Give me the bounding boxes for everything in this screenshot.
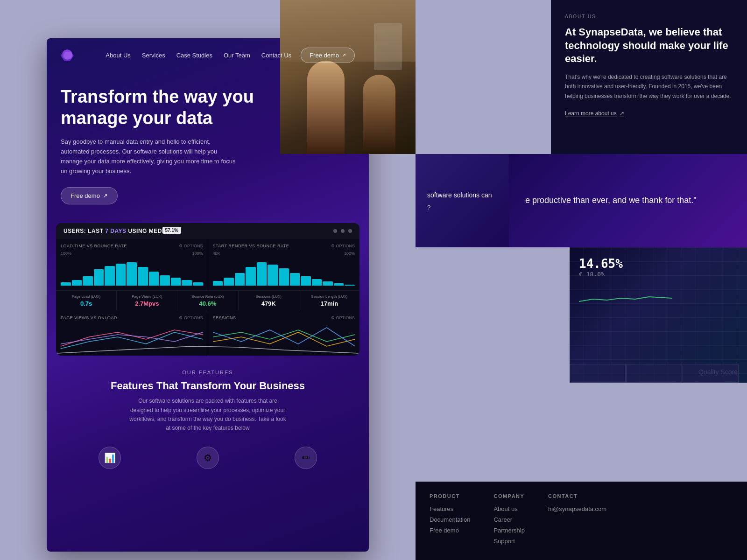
chart-tooltip: 57.1% — [162, 227, 181, 234]
line-chart — [61, 323, 203, 351]
footer-email-link[interactable]: hi@synapsedata.com — [548, 505, 606, 512]
chart-label: LOAD TIME VS BOUNCE RATE — [61, 244, 127, 248]
svg-marker-2 — [63, 52, 73, 59]
dashboard-controls — [333, 229, 352, 233]
analytics-icon: 📊 — [99, 447, 121, 469]
footer-features-link[interactable]: Features — [430, 505, 470, 512]
feature-automation: ⚙ — [197, 447, 219, 469]
about-eyebrow: ABOUT US — [565, 14, 733, 19]
stat-page-load: Page Load (LUX) 0.7s — [56, 291, 116, 311]
nav-links: About Us Services Case Studies Our Team … — [106, 52, 291, 59]
dashboard-card: USERS: LAST 7 DAYS USING MEDIAN ▾ LOAD T… — [56, 223, 359, 356]
testimonial-panel: e productive than ever, and we thank for… — [509, 154, 747, 247]
footer-free-demo-link[interactable]: Free demo — [430, 527, 470, 534]
about-title: At SynapseData, we believe that technolo… — [565, 26, 733, 66]
features-eyebrow: OUR FEATURES — [61, 370, 355, 375]
navigation: About Us Services Case Studies Our Team … — [47, 38, 369, 72]
hero-title: Transform the way you manage your data — [61, 86, 257, 129]
nav-our-team[interactable]: Our Team — [224, 52, 250, 59]
nav-case-studies[interactable]: Case Studies — [176, 52, 212, 59]
dashboard-title: USERS: LAST 7 DAYS USING MEDIAN — [63, 228, 172, 234]
footer-career-link[interactable]: Career — [493, 516, 524, 523]
nav-free-demo-button[interactable]: Free demo ↗ — [301, 48, 355, 63]
features-title: Features That Transform Your Business — [61, 380, 355, 392]
footer-support-link[interactable]: Support — [493, 538, 524, 545]
about-text: That's why we're dedicated to creating s… — [565, 72, 733, 101]
testimonial-text: e productive than ever, and we thank for… — [525, 195, 697, 206]
nav-about-us[interactable]: About Us — [106, 52, 130, 59]
dashboard-header: USERS: LAST 7 DAYS USING MEDIAN ▾ — [56, 223, 359, 239]
analytics-panel: 14.65% € 18.0% Quality Score — [570, 247, 747, 383]
page-views-chart: PAGE VIEWS VS ONLOAD ⚙ OPTIONS — [56, 311, 208, 356]
charts-grid: LOAD TIME VS BOUNCE RATE ⚙ OPTIONS 100% … — [56, 239, 359, 290]
line-chart-2 — [213, 323, 355, 351]
stat-session-length: Session Length (LUX) 17min — [299, 291, 359, 311]
stat-bounce-rate: Bounce Rate (LUX) 40.6% — [177, 291, 238, 311]
footer-about-us-link[interactable]: About us — [493, 505, 524, 512]
hero-subtitle: Say goodbye to manual data entry and hel… — [61, 137, 238, 176]
footer-partnership-link[interactable]: Partnership — [493, 527, 524, 534]
footer-product-col: PRODUCT Features Documentation Free demo — [430, 493, 470, 548]
analytics-number: 14.65% — [579, 257, 738, 271]
feature-analytics: 📊 — [99, 447, 121, 469]
bar-chart: 57.1% — [61, 258, 203, 286]
load-time-chart: LOAD TIME VS BOUNCE RATE ⚙ OPTIONS 100% … — [56, 239, 208, 290]
start-render-chart: START RENDER VS BOUNCE RATE ⚙ OPTIONS 40… — [208, 239, 360, 290]
nav-contact-us[interactable]: Contact Us — [261, 52, 291, 59]
stat-page-views: Page Views (LUX) 2.7Mpvs — [117, 291, 177, 311]
info-card-text: software solutions can — [427, 190, 497, 200]
info-card: software solutions can ? — [416, 154, 509, 247]
features-icons: 📊 ⚙ ✏ — [61, 442, 355, 474]
about-panel: ABOUT US At SynapseData, we believe that… — [551, 0, 747, 154]
chart-label: START RENDER VS BOUNCE RATE — [213, 244, 289, 248]
sessions-chart: SESSIONS ⚙ OPTIONS — [208, 311, 360, 356]
arrow-icon: ↗ — [342, 52, 346, 58]
hero-arrow-icon: ↗ — [103, 192, 108, 199]
window-control-icon — [333, 229, 337, 233]
features-description: Our software solutions are packed with f… — [128, 397, 287, 433]
mini-line-chart — [579, 285, 672, 308]
window-control-icon — [348, 229, 352, 233]
hero-free-demo-button[interactable]: Free demo ↗ — [61, 187, 118, 204]
logo[interactable] — [61, 48, 76, 63]
window-control-icon — [341, 229, 345, 233]
automation-icon: ⚙ — [197, 447, 219, 469]
chart-options[interactable]: ⚙ OPTIONS — [331, 244, 355, 248]
stat-sessions: Sessions (LUX) 479K — [239, 291, 299, 311]
chart-options[interactable]: ⚙ OPTIONS — [179, 244, 203, 248]
tooltip-value: 57.1% — [162, 227, 181, 234]
learn-more-link[interactable]: Learn more about us ↗ — [565, 110, 733, 117]
analytics-subnumber: € 18.0% — [579, 271, 738, 278]
bar-chart-2 — [213, 258, 355, 286]
nav-services[interactable]: Services — [142, 52, 165, 59]
feature-integration: ✏ — [295, 447, 317, 469]
features-section: OUR FEATURES Features That Transform You… — [47, 356, 369, 483]
footer-documentation-link[interactable]: Documentation — [430, 516, 470, 523]
footer-company-col: COMPANY About us Career Partnership Supp… — [493, 493, 524, 548]
footer-contact-col: CONTACT hi@synapsedata.com — [548, 493, 606, 548]
stats-row: Page Load (LUX) 0.7s Page Views (LUX) 2.… — [56, 290, 359, 311]
info-card-question: ? — [427, 204, 497, 211]
integration-icon: ✏ — [295, 447, 317, 469]
team-photo — [280, 0, 416, 154]
learn-more-arrow-icon: ↗ — [620, 110, 624, 117]
footer: PRODUCT Features Documentation Free demo… — [416, 482, 747, 560]
